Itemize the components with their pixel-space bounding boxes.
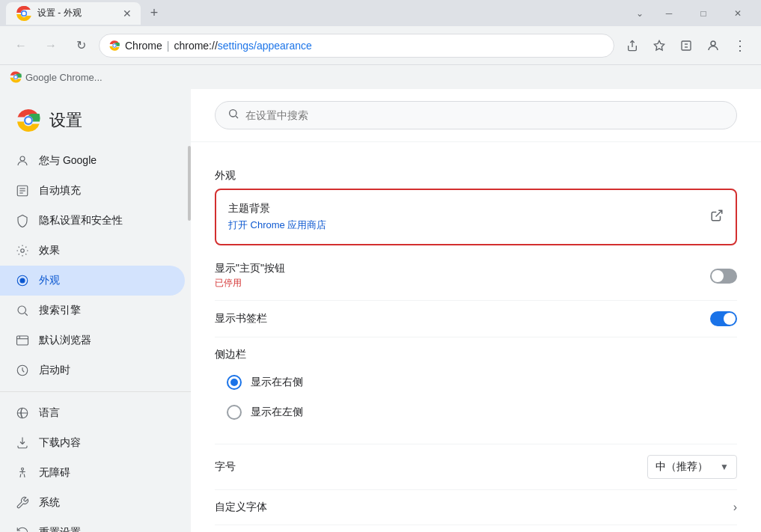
minimize-button[interactable]: ─: [652, 0, 686, 26]
homepage-label-group: 显示"主页"按钮 已停用: [215, 262, 285, 290]
sidebar-item-appearance[interactable]: 外观: [0, 266, 185, 296]
sidebar-row: 侧边栏 显示在右侧 显示在左侧: [215, 337, 737, 444]
sidebar-item-accessibility-label: 无障碍: [39, 466, 70, 480]
page-zoom-row: 网页缩放 100% ▼: [215, 525, 737, 532]
menu-button[interactable]: ⋮: [728, 34, 752, 58]
share-button[interactable]: [620, 34, 644, 58]
sidebar-item-startup[interactable]: 启动时: [0, 355, 185, 385]
chevron-down-button[interactable]: ⌄: [628, 0, 652, 26]
custom-fonts-label: 自定义字体: [215, 501, 267, 514]
custom-fonts-row[interactable]: 自定义字体 ›: [215, 490, 737, 525]
sidebar-item-browser[interactable]: 默认浏览器: [0, 325, 185, 355]
settings-logo-icon: [15, 107, 42, 134]
sidebar-radio-group: 显示在右侧 显示在左侧: [215, 361, 737, 433]
sidebar-item-search-label: 搜索引擎: [39, 304, 81, 317]
font-size-label: 字号: [215, 460, 236, 474]
window-controls: ⌄ ─ □ ✕: [628, 0, 755, 26]
svg-line-29: [22, 370, 24, 372]
chrome-header-label: Google Chrome...: [25, 72, 103, 83]
sidebar-item-system[interactable]: 系统: [0, 488, 185, 518]
theme-subtitle: 打开 Chrome 应用商店: [228, 218, 326, 232]
search-input[interactable]: [245, 109, 724, 121]
font-size-value: 中（推荐）: [655, 460, 708, 474]
url-bar[interactable]: Chrome | chrome://settings/appearance: [99, 34, 614, 58]
sidebar-item-accessibility[interactable]: 无障碍: [0, 458, 185, 488]
settings-title: 设置: [49, 109, 82, 132]
sidebar-item-autofill[interactable]: 自动填充: [0, 176, 185, 206]
appearance-icon: [15, 273, 30, 288]
close-window-button[interactable]: ✕: [721, 0, 755, 26]
reset-icon: [15, 525, 30, 532]
bookmarks-label: 显示书签栏: [215, 312, 267, 325]
profile-button[interactable]: [701, 34, 725, 58]
chrome-logo-url: [109, 40, 120, 52]
radio-left-circle: [227, 405, 242, 420]
svg-point-4: [113, 44, 115, 46]
toggle-thumb: [712, 270, 724, 282]
sidebar-item-effects-label: 效果: [39, 244, 60, 257]
active-tab[interactable]: 设置 - 外观 ✕: [6, 2, 141, 25]
homepage-label: 显示"主页"按钮: [215, 262, 285, 275]
svg-point-23: [18, 306, 26, 314]
bookmarks-toggle[interactable]: [710, 311, 737, 326]
svg-line-35: [24, 474, 25, 478]
sidebar-item-reset[interactable]: 重置设置: [0, 518, 185, 532]
bookmark-button[interactable]: [647, 34, 671, 58]
sidebar-item-appearance-label: 外观: [39, 274, 60, 287]
url-path: chrome://settings/appearance: [174, 40, 311, 52]
sidebar-item-google[interactable]: 您与 Google: [0, 146, 185, 176]
addressbar: ← → ↻ Chrome | chrome://settings/appeara…: [0, 26, 761, 65]
download-icon: [15, 435, 30, 450]
chrome-logo-header[interactable]: Google Chrome...: [9, 70, 103, 84]
privacy-icon: [15, 213, 30, 228]
forward-button[interactable]: →: [39, 34, 63, 58]
search-bar[interactable]: [215, 101, 737, 129]
svg-marker-6: [654, 40, 664, 50]
tab-search-button[interactable]: [674, 34, 698, 58]
sidebar-item-search[interactable]: 搜索引擎: [0, 296, 185, 325]
accessibility-icon: [15, 465, 30, 480]
svg-rect-24: [17, 336, 28, 345]
homepage-sublabel: 已停用: [215, 277, 285, 290]
font-size-dropdown[interactable]: 中（推荐） ▼: [647, 455, 737, 479]
svg-point-2: [22, 11, 26, 15]
sidebar-item-privacy[interactable]: 隐私设置和安全性: [0, 206, 185, 236]
sidebar-item-download[interactable]: 下载内容: [0, 428, 185, 458]
effects-icon: [15, 243, 30, 258]
external-link-icon: [710, 209, 724, 226]
maximize-button[interactable]: □: [686, 0, 721, 26]
bookmarks-bar-row: 显示书签栏: [215, 301, 737, 337]
system-icon: [15, 495, 30, 510]
sidebar-item-google-label: 您与 Google: [39, 154, 97, 168]
back-icon: ←: [15, 39, 27, 52]
sidebar-item-language-label: 语言: [39, 406, 60, 420]
svg-point-15: [20, 156, 25, 161]
svg-point-20: [21, 249, 25, 253]
sidebar-item-autofill-label: 自动填充: [39, 184, 81, 198]
sidebar-item-language[interactable]: 语言: [0, 398, 185, 428]
refresh-icon: ↻: [76, 38, 86, 52]
google-icon: [15, 153, 30, 168]
homepage-toggle[interactable]: [710, 269, 737, 284]
svg-point-22: [20, 278, 25, 283]
sidebar-label: 侧边栏: [215, 348, 246, 361]
sidebar-item-effects[interactable]: 效果: [0, 236, 185, 266]
radio-left-label: 显示在左侧: [251, 406, 303, 419]
tab-favicon: [15, 4, 33, 22]
new-tab-button[interactable]: +: [144, 3, 165, 24]
main-layout: 设置 您与 Google 自动填充 隐私设: [0, 89, 761, 532]
content-area: 外观 主题背景 打开 Chrome 应用商店 显示"主页"按钮 已停用: [191, 89, 761, 532]
radio-option-left[interactable]: 显示在左侧: [215, 397, 737, 427]
back-button[interactable]: ←: [9, 34, 33, 58]
svg-point-12: [14, 76, 17, 79]
tab-close-button[interactable]: ✕: [123, 7, 132, 19]
radio-right-inner: [230, 379, 238, 386]
radio-option-right[interactable]: 显示在右侧: [215, 367, 737, 397]
theme-card[interactable]: 主题背景 打开 Chrome 应用商店: [215, 189, 737, 245]
refresh-button[interactable]: ↻: [69, 34, 93, 58]
sidebar-item-browser-label: 默认浏览器: [39, 334, 91, 347]
browser-icon: [15, 333, 30, 348]
scroll-bar[interactable]: [188, 146, 191, 221]
language-icon: [15, 406, 30, 421]
svg-line-37: [716, 210, 722, 216]
